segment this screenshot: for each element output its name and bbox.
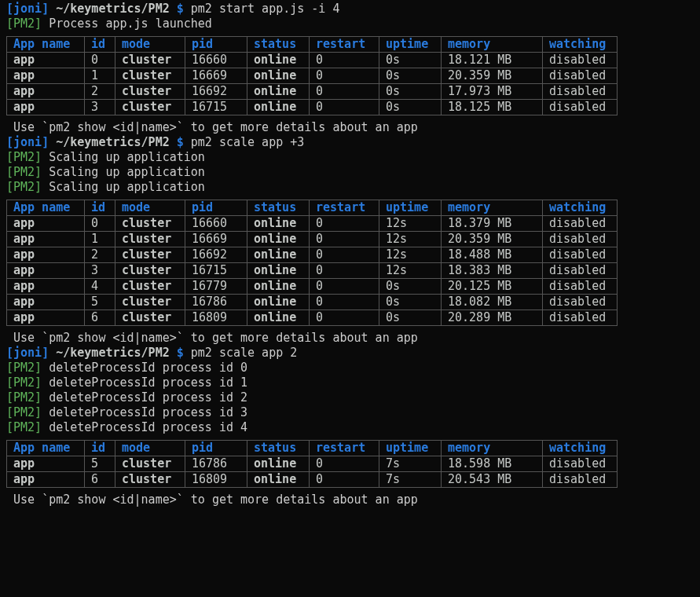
cell-watching: disabled [543,100,618,115]
cell-watching: disabled [543,279,618,295]
cell-watching: disabled [543,263,618,279]
hint-line: Use `pm2 show <id|name>` to get more det… [6,331,694,346]
cell-uptime: 7s [379,472,442,488]
col-header-id: id [85,37,115,53]
col-header-restart: restart [310,441,379,456]
cell-uptime: 0s [379,100,442,115]
cell-app: app [7,68,85,84]
terminal[interactable]: [joni] ~/keymetrics/PM2 $ pm2 start app.… [6,2,694,507]
cell-id: 6 [85,310,115,326]
cell-pid: 16715 [185,263,247,279]
cell-id: 6 [85,472,115,488]
cell-watching: disabled [543,456,618,472]
cell-pid: 16692 [185,247,247,263]
col-header-watching: watching [543,37,618,53]
cell-watching: disabled [543,295,618,310]
cell-watching: disabled [543,53,618,68]
cell-id: 3 [85,100,115,115]
col-header-memory: memory [442,441,543,456]
table-row: app4cluster16779online00s20.125 MBdisabl… [7,279,618,295]
table-row: app6cluster16809online00s20.289 MBdisabl… [7,310,618,326]
cell-status: online [247,84,310,100]
col-header-pid: pid [185,37,247,53]
prompt-line[interactable]: [joni] ~/keymetrics/PM2 $ pm2 scale app … [6,346,694,361]
cell-status: online [247,247,310,263]
cell-uptime: 0s [379,279,442,295]
cell-restart: 0 [310,216,379,232]
col-header-id: id [85,200,115,216]
cell-pid: 16809 [185,472,247,488]
prompt-line[interactable]: [joni] ~/keymetrics/PM2 $ pm2 start app.… [6,2,694,16]
col-header-status: status [247,37,310,53]
pm2-message-line: [PM2] deleteProcessId process id 1 [6,375,694,390]
pm2-message: Process app.js launched [42,16,212,31]
cell-status: online [247,100,310,115]
pm2-tag: [PM2] [6,420,42,434]
cell-memory: 18.379 MB [442,216,543,232]
cell-memory: 17.973 MB [442,84,543,100]
cell-pid: 16786 [185,456,247,472]
cell-id: 5 [85,295,115,310]
cell-memory: 18.121 MB [442,53,543,68]
prompt-user: [joni] [6,346,49,360]
cell-app: app [7,53,85,68]
cell-app: app [7,472,85,488]
cell-watching: disabled [543,310,618,326]
pm2-message-line: [PM2] deleteProcessId process id 3 [6,405,694,420]
process-table: App nameidmodepidstatusrestartuptimememo… [6,200,618,326]
cell-mode: cluster [115,68,185,84]
cell-restart: 0 [310,68,379,84]
cell-restart: 0 [310,472,379,488]
cell-app: app [7,84,85,100]
cell-app: app [7,295,85,310]
cell-uptime: 12s [379,263,442,279]
prompt-path: ~/keymetrics/PM2 [49,2,177,16]
cell-app: app [7,232,85,247]
cell-memory: 20.543 MB [442,472,543,488]
table-row: app5cluster16786online07s18.598 MBdisabl… [7,456,618,472]
cell-app: app [7,456,85,472]
cell-status: online [247,456,310,472]
col-header-app: App name [7,441,85,456]
cell-watching: disabled [543,84,618,100]
cell-watching: disabled [543,472,618,488]
cell-status: online [247,279,310,295]
cell-app: app [7,216,85,232]
pm2-tag: [PM2] [6,405,42,419]
prompt-line[interactable]: [joni] ~/keymetrics/PM2 $ pm2 scale app … [6,135,694,150]
pm2-tag: [PM2] [6,361,42,375]
cell-memory: 18.488 MB [442,247,543,263]
cell-restart: 0 [310,100,379,115]
prompt-dollar: $ [177,2,191,16]
col-header-app: App name [7,37,85,53]
pm2-message-line: [PM2] deleteProcessId process id 0 [6,361,694,375]
cell-app: app [7,279,85,295]
pm2-message-line: [PM2] deleteProcessId process id 2 [6,390,694,405]
prompt-path: ~/keymetrics/PM2 [49,135,177,149]
pm2-message-line: [PM2] Process app.js launched [6,16,694,31]
cell-restart: 0 [310,232,379,247]
process-table: App nameidmodepidstatusrestartuptimememo… [6,440,618,488]
cell-pid: 16669 [185,232,247,247]
cell-id: 0 [85,216,115,232]
cell-status: online [247,472,310,488]
cell-pid: 16660 [185,216,247,232]
command-text: pm2 scale app 2 [191,346,297,360]
pm2-message: Scaling up application [42,180,205,194]
cell-pid: 16786 [185,295,247,310]
process-table: App nameidmodepidstatusrestartuptimememo… [6,36,618,115]
cell-id: 5 [85,456,115,472]
cell-status: online [247,263,310,279]
cell-pid: 16692 [185,84,247,100]
cell-id: 1 [85,68,115,84]
cell-watching: disabled [543,216,618,232]
cell-mode: cluster [115,279,185,295]
cell-id: 4 [85,279,115,295]
cell-id: 1 [85,232,115,247]
cell-pid: 16809 [185,310,247,326]
table-row: app0cluster16660online012s18.379 MBdisab… [7,216,618,232]
cell-pid: 16715 [185,100,247,115]
cell-memory: 18.125 MB [442,100,543,115]
col-header-mode: mode [115,200,185,216]
cell-restart: 0 [310,456,379,472]
